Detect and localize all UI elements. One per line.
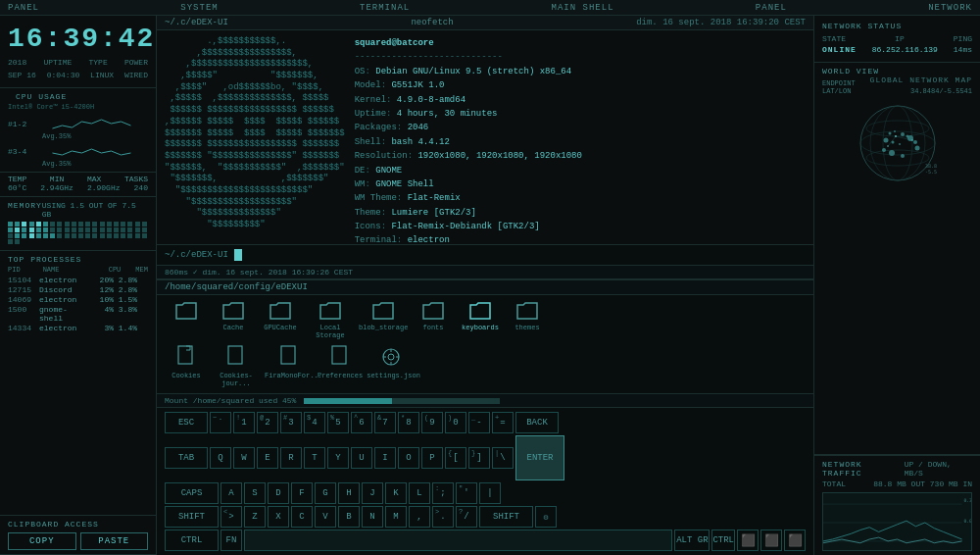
- fs-item-fonts[interactable]: fonts: [412, 301, 455, 339]
- key-angle[interactable]: <>: [220, 506, 242, 528]
- fs-item-cookiesjournal[interactable]: Cookies-jour...: [212, 345, 261, 387]
- key-w[interactable]: W: [233, 447, 255, 469]
- fs-item-blobstorage[interactable]: blob_storage: [359, 301, 408, 339]
- key-r[interactable]: R: [280, 447, 302, 469]
- key-g[interactable]: G: [315, 482, 336, 504]
- key-z[interactable]: Z: [244, 506, 266, 528]
- fs-item-themes[interactable]: themes: [506, 301, 549, 339]
- proc-2-cpu: 10%: [92, 295, 114, 304]
- key-a[interactable]: A: [220, 482, 242, 504]
- key-7[interactable]: &7: [374, 412, 396, 433]
- key-d[interactable]: D: [268, 482, 289, 504]
- key-settings-icon[interactable]: ⚙: [535, 506, 557, 528]
- key-minus[interactable]: _-: [468, 412, 490, 433]
- key-v[interactable]: V: [315, 506, 336, 528]
- clipboard-section: CLIPBOARD ACCESS COPY PASTE: [0, 516, 156, 555]
- terminal-tab[interactable]: ~/.c/eDEX-UI: [165, 18, 228, 27]
- traffic-unit: UP / DOWN, MB/S: [905, 460, 972, 478]
- key-semicolon[interactable]: :;: [432, 482, 454, 504]
- key-j[interactable]: J: [362, 482, 383, 504]
- main-shell-label: MAIN SHELL: [552, 3, 614, 13]
- key-tilde[interactable]: ~`: [210, 412, 231, 433]
- key-ctrl-left[interactable]: CTRL: [165, 530, 219, 551]
- key-rbrace[interactable]: }]: [468, 447, 490, 469]
- proc-1-mem: 2.8%: [116, 285, 137, 294]
- key-fn3-icon[interactable]: ⬛: [784, 530, 806, 551]
- key-backspace[interactable]: BACK: [515, 412, 559, 433]
- proc-2-name: electron: [39, 295, 90, 304]
- key-f[interactable]: F: [291, 482, 313, 504]
- key-period[interactable]: >.: [432, 506, 454, 528]
- copy-button[interactable]: COPY: [8, 532, 76, 550]
- key-equals[interactable]: +=: [492, 412, 514, 433]
- key-4[interactable]: $4: [304, 412, 325, 433]
- fs-item-firamonofont[interactable]: FiraMonoFor...: [265, 345, 314, 387]
- key-enter[interactable]: ENTER: [515, 435, 564, 480]
- key-5[interactable]: %5: [327, 412, 349, 433]
- proc-section-label: TOP PROCESSES: [8, 255, 81, 264]
- key-6[interactable]: ^6: [351, 412, 372, 433]
- key-8[interactable]: *8: [398, 412, 419, 433]
- key-backslash[interactable]: |: [479, 482, 501, 504]
- key-3[interactable]: #3: [280, 412, 302, 433]
- key-slash[interactable]: ?/: [456, 506, 477, 528]
- key-n[interactable]: N: [362, 506, 383, 528]
- terminal-prompt[interactable]: ~/.c/eDEX-UI: [157, 244, 813, 265]
- type-label: TYPE: [89, 58, 108, 67]
- key-shift-right[interactable]: SHIFT: [479, 506, 533, 528]
- key-space[interactable]: [244, 530, 672, 551]
- key-pipe[interactable]: |\: [492, 447, 514, 469]
- proc-0-mem: 2.8%: [116, 276, 137, 284]
- folder-fonts-icon: [421, 301, 445, 321]
- key-0[interactable]: )0: [445, 412, 466, 433]
- status-progress-fill: [304, 398, 392, 404]
- key-h[interactable]: H: [338, 482, 360, 504]
- key-fn[interactable]: FN: [220, 530, 242, 551]
- key-tab[interactable]: TAB: [165, 447, 208, 469]
- fs-item-gpucache[interactable]: GPUCache: [259, 301, 302, 339]
- key-i[interactable]: I: [374, 447, 396, 469]
- key-u[interactable]: U: [351, 447, 372, 469]
- fs-item-localstorage[interactable]: Local Storage: [306, 301, 355, 339]
- proc-row-0: 15104 electron 20% 2.8%: [8, 276, 148, 284]
- key-e[interactable]: E: [257, 447, 278, 469]
- key-quote[interactable]: "': [456, 482, 477, 504]
- key-1[interactable]: !1: [233, 412, 255, 433]
- key-q[interactable]: Q: [210, 447, 231, 469]
- key-altgr[interactable]: ALT GR: [674, 530, 710, 551]
- key-l[interactable]: L: [409, 482, 430, 504]
- key-m[interactable]: M: [385, 506, 407, 528]
- fs-item-root[interactable]: [165, 301, 208, 339]
- fs-item-keyboards[interactable]: keyboards: [459, 301, 502, 339]
- key-c[interactable]: C: [291, 506, 313, 528]
- key-t[interactable]: T: [304, 447, 325, 469]
- key-fn1-icon[interactable]: ⬛: [737, 530, 759, 551]
- key-x[interactable]: X: [268, 506, 289, 528]
- key-caps[interactable]: CAPS: [165, 482, 219, 504]
- key-shift-left[interactable]: SHIFT: [165, 506, 219, 528]
- terminal-status-text: 860ms ✓ dim. 16 sept. 2018 16:39:26 CEST: [165, 268, 353, 277]
- key-2[interactable]: @2: [257, 412, 278, 433]
- fs-item-cache[interactable]: Cache: [212, 301, 255, 339]
- key-o[interactable]: O: [398, 447, 419, 469]
- terminal-body[interactable]: .,$$$$$$$$$$$,. ,$$$$$$$$$$$$$$$$$, ,$$$…: [157, 30, 813, 244]
- fs-item-preferences[interactable]: Preferences: [318, 345, 363, 387]
- svg-point-17: [894, 130, 896, 132]
- key-fn2-icon[interactable]: ⬛: [760, 530, 782, 551]
- key-9[interactable]: (9: [421, 412, 443, 433]
- key-y[interactable]: Y: [327, 447, 349, 469]
- key-esc[interactable]: ESC: [165, 412, 208, 433]
- key-k[interactable]: K: [385, 482, 407, 504]
- key-comma[interactable]: ,: [409, 506, 430, 528]
- fs-item-settingsjson[interactable]: settings.json: [367, 345, 416, 387]
- key-ctrl-right[interactable]: CTRL: [711, 530, 735, 551]
- key-p[interactable]: P: [421, 447, 443, 469]
- fs-label-keyboards: keyboards: [462, 324, 499, 331]
- paste-button[interactable]: PASTE: [80, 532, 149, 550]
- proc-1-cpu: 12%: [92, 285, 114, 294]
- key-lbrace[interactable]: {[: [445, 447, 466, 469]
- key-b[interactable]: B: [338, 506, 360, 528]
- fs-item-cookies[interactable]: Cookies: [165, 345, 208, 387]
- clock-time: 16:39:42: [8, 24, 148, 54]
- key-s[interactable]: S: [244, 482, 266, 504]
